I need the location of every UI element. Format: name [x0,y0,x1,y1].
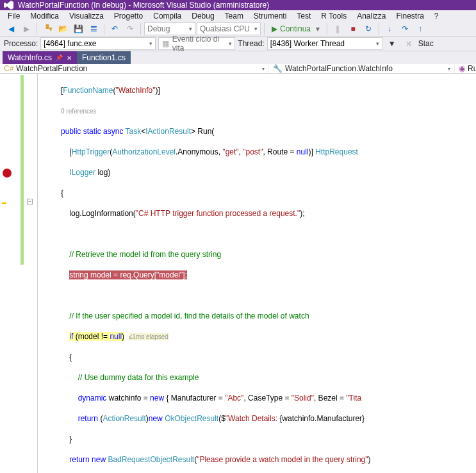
tab-label: Function1.cs [82,53,126,62]
menu-team[interactable]: Team [221,10,247,22]
chevron-down-icon: ▾ [448,66,450,72]
close-icon[interactable]: ✕ [67,54,72,62]
menu-finestra[interactable]: Finestra [392,10,427,22]
method-icon: ◉ [459,64,465,73]
outline-margin[interactable]: − [26,74,37,473]
shuffle-icon[interactable]: ⤭ [402,37,416,51]
platform-label: Qualsiasi CPU [200,24,250,33]
nav-crumbs: C#WatchPortalFunction▾ 🔧WatchPortalFunct… [0,64,476,74]
processo-combo[interactable]: [4664] func.exe▾ [40,37,156,50]
menu-debug[interactable]: Debug [188,10,218,22]
tab-label: WatchInfo.cs [8,53,52,62]
new-icon[interactable]: ▝▾ [40,22,54,36]
crumb-label: Run(H [468,64,476,73]
platform-combo[interactable]: Qualsiasi CPU▾ [197,22,261,35]
menu-analizza[interactable]: Analizza [353,10,390,22]
stop-icon[interactable]: ■ [346,22,360,36]
processo-label: Processo: [4,39,38,48]
undo-icon[interactable]: ↶ [108,22,122,36]
chevron-down-icon: ▾ [149,40,152,47]
tab-function1[interactable]: Function1.cs [77,51,131,64]
menu-file[interactable]: File [4,10,24,22]
window-title: WatchPortalFunction (In debug) - Microso… [18,1,269,10]
filter-icon[interactable]: ▼ [385,37,399,51]
debug-toolbar: Processo: [4664] func.exe▾ ▦Eventi ciclo… [0,37,476,51]
thread-value: [8436] Worker Thread [270,39,345,48]
thread-combo[interactable]: [8436] Worker Thread▾ [267,37,382,50]
step-over-icon[interactable]: ↷ [398,22,412,36]
config-label: Debug [147,24,170,33]
lifecycle-icon: ▦ [161,37,169,51]
processo-value: [4664] func.exe [44,39,96,48]
vs-icon [4,0,14,10]
chevron-down-icon: ▾ [262,66,265,72]
chevron-down-icon: ▾ [229,40,232,47]
restart-icon[interactable]: ↻ [361,22,375,36]
redo-icon[interactable]: ↷ [123,22,137,36]
chevron-down-icon: ▾ [316,24,320,33]
pause-icon[interactable]: ‖ [331,22,345,36]
thread-label: Thread: [238,39,264,48]
continue-button[interactable]: ▶Continua▾ [268,22,324,36]
save-all-icon[interactable]: 𝌆 [86,22,101,36]
nav-back-icon[interactable]: ◀ [4,22,18,36]
play-icon: ▶ [272,24,277,33]
crumb-label: WatchPortalFunction.WatchInfo [285,64,393,73]
menu-test[interactable]: Test [293,10,315,22]
menu-rtools[interactable]: R Tools [317,10,350,22]
save-icon[interactable]: 💾 [71,22,85,36]
code-pane[interactable]: [FunctionName("WatchInfo")] 0 references… [38,74,476,473]
continue-label: Continua [280,24,311,33]
nav-fwd-icon[interactable]: ▶ [19,22,33,36]
tab-watchinfo[interactable]: WatchInfo.cs 📌 ✕ [3,51,77,64]
menu-visualizza[interactable]: Visualizza [65,10,108,22]
open-icon[interactable]: 📂 [56,22,70,36]
menu-help[interactable]: ? [431,10,443,22]
pin-icon[interactable]: 📌 [56,54,63,61]
code-editor[interactable]: ➡ − [FunctionName("WatchInfo")] 0 refere… [0,74,476,473]
editor-margin[interactable]: ➡ [0,74,26,473]
config-combo[interactable]: Debug▾ [144,22,195,35]
step-into-icon[interactable]: ↓ [382,22,397,36]
eventi-label: Eventi ciclo di vita [172,35,227,53]
fold-icon[interactable]: − [27,199,33,204]
title-bar: WatchPortalFunction (In debug) - Microso… [0,0,476,10]
step-out-icon[interactable]: ↑ [413,22,427,36]
current-line-arrow-icon: ➡ [1,199,6,206]
crumb-class[interactable]: 🔧WatchPortalFunction.WatchInfo▾ [269,64,455,73]
eventi-combo[interactable]: ▦Eventi ciclo di vita▾ [158,37,235,50]
main-toolbar: ◀ ▶ ▝▾ 📂 💾 𝌆 ↶ ↷ Debug▾ Qualsiasi CPU▾ ▶… [0,22,476,37]
chevron-down-icon: ▾ [189,26,192,32]
breakpoint-icon[interactable] [3,169,12,178]
csharp-icon: C# [4,64,13,73]
class-icon: 🔧 [273,64,283,73]
crumb-label: WatchPortalFunction [16,64,87,73]
change-bar [21,75,24,265]
menu-compila[interactable]: Compila [149,10,185,22]
crumb-method[interactable]: ◉Run(H [455,64,476,73]
chevron-down-icon: ▾ [254,26,258,32]
chevron-down-icon: ▾ [376,40,379,47]
menu-strumenti[interactable]: Strumenti [250,10,290,22]
menu-bar: File Modifica Visualizza Progetto Compil… [0,10,476,22]
document-tabs: WatchInfo.cs 📌 ✕ Function1.cs [0,51,476,64]
menu-modifica[interactable]: Modifica [26,10,63,22]
crumb-project[interactable]: C#WatchPortalFunction▾ [0,64,269,73]
stac-label: Stac [418,39,434,48]
menu-progetto[interactable]: Progetto [110,10,147,22]
